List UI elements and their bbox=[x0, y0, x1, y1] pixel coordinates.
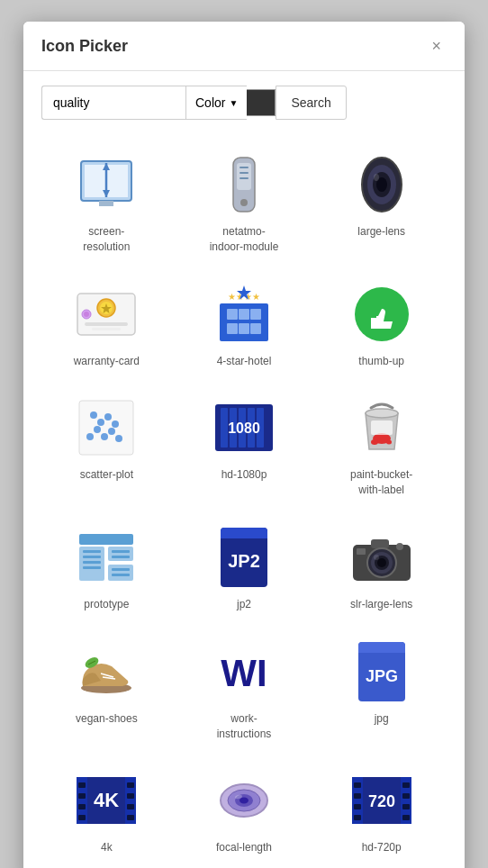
warranty-card-icon bbox=[74, 282, 139, 347]
prototype-icon bbox=[74, 525, 139, 590]
list-item[interactable]: 1080 hd-1080p bbox=[179, 384, 310, 507]
svg-rect-57 bbox=[79, 534, 133, 545]
svg-rect-62 bbox=[83, 556, 101, 558]
list-item[interactable]: paint-bucket-with-label bbox=[316, 384, 447, 507]
color-label: Color bbox=[195, 95, 225, 110]
list-item[interactable]: netatmo-indoor-module bbox=[179, 141, 310, 264]
vegan-shoes-icon bbox=[74, 639, 139, 704]
icon-label: jpg bbox=[375, 711, 389, 727]
jpg-icon: JPG bbox=[349, 639, 414, 704]
search-button[interactable]: Search bbox=[276, 86, 346, 120]
icon-label: warranty-card bbox=[74, 354, 140, 369]
svg-rect-71 bbox=[221, 538, 267, 546]
svg-rect-46 bbox=[221, 408, 228, 448]
icon-label: work-instructions bbox=[217, 711, 272, 742]
svg-rect-11 bbox=[239, 177, 249, 179]
svg-point-16 bbox=[374, 174, 379, 181]
svg-text:JP2: JP2 bbox=[228, 551, 260, 571]
icon-label: large-lens bbox=[357, 224, 405, 240]
list-item[interactable]: JP2 jp2 bbox=[179, 514, 310, 621]
list-item[interactable]: focal-length bbox=[179, 757, 310, 864]
focal-length-icon bbox=[212, 768, 276, 833]
svg-rect-113 bbox=[354, 793, 361, 799]
icon-label: screen-resolution bbox=[83, 224, 130, 255]
icon-label: hd-1080p bbox=[221, 467, 267, 483]
svg-rect-21 bbox=[85, 322, 128, 326]
svg-rect-9 bbox=[239, 167, 249, 168]
icon-label: vegan-shoes bbox=[76, 711, 138, 727]
list-item[interactable]: thumb-up bbox=[316, 271, 447, 378]
svg-rect-99 bbox=[127, 782, 134, 788]
list-item[interactable]: slr-large-lens bbox=[316, 514, 447, 621]
list-item[interactable]: JPG jpg bbox=[316, 628, 447, 751]
svg-point-37 bbox=[97, 419, 104, 426]
svg-point-42 bbox=[108, 428, 115, 435]
list-item[interactable]: WI work-instructions bbox=[179, 628, 310, 751]
svg-rect-80 bbox=[357, 548, 366, 555]
svg-rect-115 bbox=[354, 815, 361, 820]
close-button[interactable]: × bbox=[426, 36, 447, 56]
svg-rect-74 bbox=[371, 539, 389, 548]
list-item[interactable]: 4K 4k bbox=[41, 757, 172, 864]
svg-point-8 bbox=[240, 199, 248, 206]
svg-point-44 bbox=[86, 433, 94, 440]
svg-rect-114 bbox=[354, 804, 361, 809]
hd-1080p-icon: 1080 bbox=[212, 395, 276, 460]
svg-rect-27 bbox=[239, 309, 249, 320]
svg-rect-31 bbox=[250, 323, 261, 334]
svg-rect-60 bbox=[108, 565, 133, 581]
thumb-up-icon bbox=[349, 282, 414, 347]
work-instructions-icon: WI bbox=[212, 639, 276, 704]
search-input[interactable] bbox=[41, 86, 185, 120]
search-bar: Color ▼ Search bbox=[23, 71, 465, 134]
list-item[interactable]: ★★★★ 4-star-hotel bbox=[179, 271, 310, 378]
color-dropdown[interactable]: Color ▼ bbox=[185, 86, 247, 120]
svg-rect-97 bbox=[78, 804, 86, 809]
icons-grid: screen-resolution netatmo-indoor-module bbox=[23, 134, 465, 868]
svg-point-41 bbox=[101, 433, 108, 440]
svg-rect-29 bbox=[227, 323, 238, 334]
svg-rect-98 bbox=[78, 815, 86, 820]
list-item[interactable]: vegan-shoes bbox=[41, 628, 172, 751]
hd-720p-icon: 720 bbox=[349, 768, 414, 833]
4k-icon: 4K bbox=[74, 768, 139, 833]
icon-label: scatter-plot bbox=[80, 467, 133, 483]
svg-point-52 bbox=[366, 409, 398, 418]
svg-rect-102 bbox=[127, 815, 134, 820]
svg-rect-68 bbox=[112, 574, 130, 576]
svg-text:720: 720 bbox=[368, 792, 395, 810]
svg-point-79 bbox=[374, 555, 379, 560]
svg-rect-96 bbox=[78, 793, 86, 799]
svg-rect-56 bbox=[371, 420, 393, 435]
icon-label: focal-length bbox=[216, 840, 272, 855]
svg-rect-22 bbox=[92, 328, 121, 330]
svg-point-24 bbox=[84, 312, 89, 317]
paint-bucket-with-label-icon bbox=[349, 395, 414, 460]
svg-rect-35 bbox=[79, 401, 133, 455]
list-item[interactable]: screen-resolution bbox=[41, 141, 172, 264]
svg-rect-119 bbox=[402, 815, 410, 820]
svg-text:WI: WI bbox=[221, 652, 267, 694]
svg-text:JPG: JPG bbox=[366, 667, 398, 685]
svg-rect-66 bbox=[112, 556, 130, 558]
list-item[interactable]: scatter-plot bbox=[41, 384, 172, 507]
svg-rect-116 bbox=[402, 782, 410, 788]
icon-label: prototype bbox=[84, 597, 129, 612]
icon-label: netatmo-indoor-module bbox=[210, 224, 279, 255]
list-item[interactable]: prototype bbox=[41, 514, 172, 621]
list-item[interactable]: large-lens bbox=[316, 141, 447, 264]
svg-point-55 bbox=[386, 440, 392, 445]
slr-large-lens-icon bbox=[349, 525, 414, 590]
svg-text:1080: 1080 bbox=[228, 420, 260, 436]
svg-rect-67 bbox=[112, 568, 130, 571]
color-swatch[interactable] bbox=[247, 89, 276, 116]
list-item[interactable]: warranty-card bbox=[41, 271, 172, 378]
list-item[interactable]: 720 hd-720p bbox=[316, 757, 447, 864]
jp2-icon: JP2 bbox=[212, 525, 276, 590]
svg-point-78 bbox=[377, 558, 386, 567]
netatmo-indoor-module-icon bbox=[212, 152, 276, 217]
svg-rect-90 bbox=[358, 653, 405, 660]
svg-point-43 bbox=[115, 435, 122, 442]
svg-rect-63 bbox=[83, 561, 101, 564]
icon-label: jp2 bbox=[237, 597, 251, 612]
